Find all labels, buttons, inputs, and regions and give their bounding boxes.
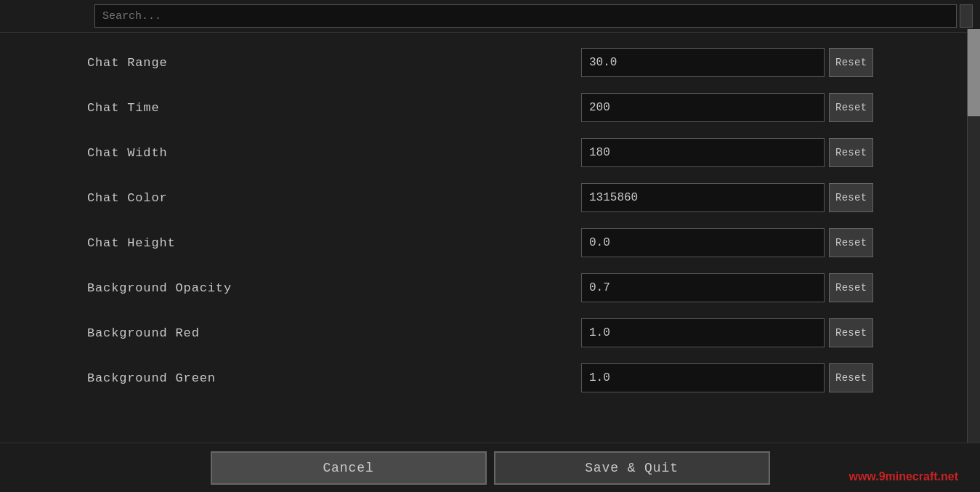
setting-input-3[interactable]	[581, 183, 825, 212]
setting-label-4: Chat Height	[87, 236, 581, 250]
reset-button-2[interactable]: Reset	[829, 138, 873, 167]
scrollbar-track[interactable]	[967, 29, 980, 443]
scrollbar-top-placeholder	[960, 4, 973, 28]
main-container: Chat RangeResetChat TimeResetChat WidthR…	[0, 0, 980, 492]
setting-row: Background OpacityReset	[0, 265, 980, 310]
setting-input-6[interactable]	[581, 318, 825, 347]
reset-button-4[interactable]: Reset	[829, 228, 873, 257]
setting-label-1: Chat Time	[87, 101, 581, 115]
save-quit-button[interactable]: Save & Quit	[494, 451, 770, 485]
reset-button-7[interactable]: Reset	[829, 363, 873, 392]
setting-input-4[interactable]	[581, 228, 825, 257]
setting-label-5: Background Opacity	[87, 281, 581, 295]
reset-button-0[interactable]: Reset	[829, 48, 873, 77]
setting-row: Chat RangeReset	[0, 40, 980, 85]
setting-input-2[interactable]	[581, 138, 825, 167]
setting-row: Chat TimeReset	[0, 85, 980, 130]
reset-button-1[interactable]: Reset	[829, 93, 873, 122]
setting-input-0[interactable]	[581, 48, 825, 77]
setting-input-1[interactable]	[581, 93, 825, 122]
reset-button-5[interactable]: Reset	[829, 273, 873, 302]
setting-input-5[interactable]	[581, 273, 825, 302]
setting-row: Background RedReset	[0, 310, 980, 355]
setting-label-7: Background Green	[87, 371, 581, 385]
search-input[interactable]	[94, 4, 957, 28]
setting-input-7[interactable]	[581, 363, 825, 392]
scrollbar-thumb[interactable]	[968, 29, 980, 116]
setting-label-6: Background Red	[87, 326, 581, 340]
search-bar-row	[0, 0, 980, 33]
setting-label-3: Chat Color	[87, 191, 581, 205]
reset-button-6[interactable]: Reset	[829, 318, 873, 347]
footer: Cancel Save & Quit	[0, 443, 980, 492]
reset-button-3[interactable]: Reset	[829, 183, 873, 212]
setting-label-2: Chat Width	[87, 146, 581, 160]
setting-row: Background GreenReset	[0, 355, 980, 400]
setting-row: Chat ColorReset	[0, 175, 980, 220]
cancel-button[interactable]: Cancel	[211, 451, 487, 485]
settings-list: Chat RangeResetChat TimeResetChat WidthR…	[0, 33, 980, 443]
setting-row: Chat HeightReset	[0, 220, 980, 265]
setting-label-0: Chat Range	[87, 56, 581, 70]
setting-row: Chat WidthReset	[0, 130, 980, 175]
